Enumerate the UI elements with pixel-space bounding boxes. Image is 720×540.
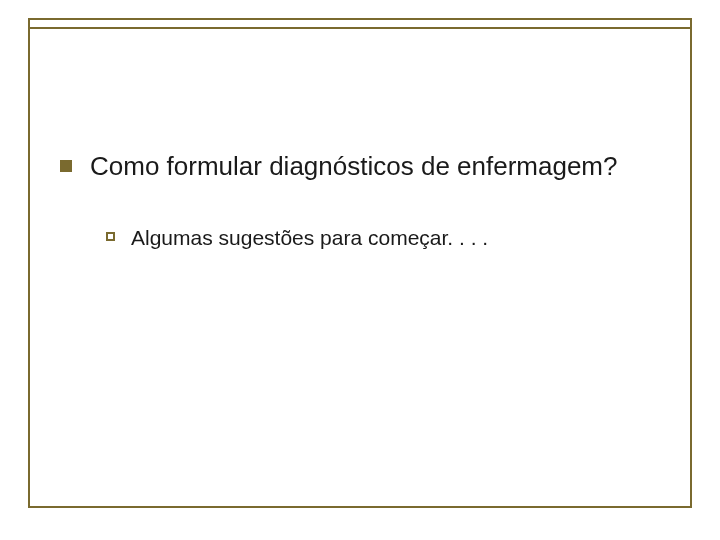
hollow-square-bullet-icon bbox=[106, 232, 115, 241]
slide-frame bbox=[28, 18, 692, 508]
sub-bullet-text: Algumas sugestões para começar. . . . bbox=[131, 225, 488, 251]
square-bullet-icon bbox=[60, 160, 72, 172]
slide-content: Como formular diagnósticos de enfermagem… bbox=[60, 150, 680, 251]
main-bullet-text: Como formular diagnósticos de enfermagem… bbox=[90, 150, 617, 183]
main-bullet-row: Como formular diagnósticos de enfermagem… bbox=[60, 150, 680, 183]
sub-bullet-row: Algumas sugestões para começar. . . . bbox=[106, 225, 680, 251]
